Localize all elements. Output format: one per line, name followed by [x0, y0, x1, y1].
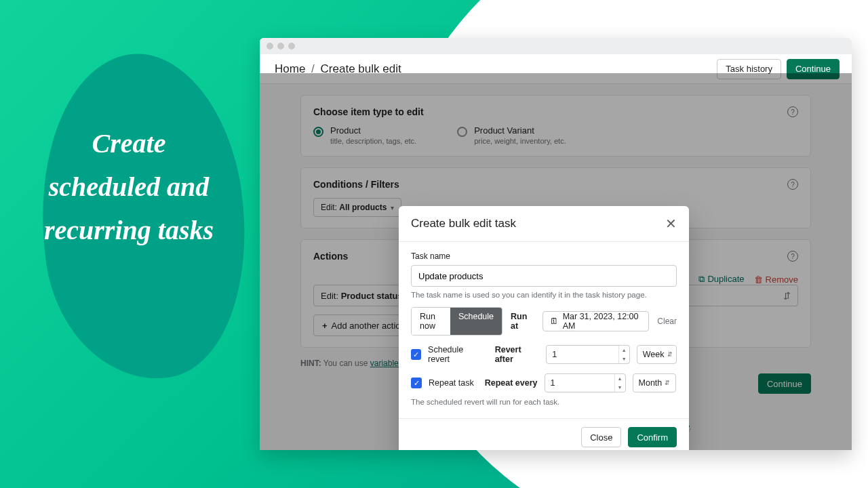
close-button[interactable]: Close	[581, 427, 621, 447]
schedule-option[interactable]: Schedule	[450, 308, 502, 335]
run-at-date-picker[interactable]: 🗓 Mar 31, 2023, 12:00 AM	[542, 311, 650, 331]
calendar-icon: 🗓	[550, 317, 559, 326]
clear-date[interactable]: Clear	[657, 317, 677, 326]
revert-after-input[interactable]: 1 ▲▼	[546, 345, 630, 364]
repeat-every-label: Repeat every	[485, 378, 538, 388]
task-name-label: Task name	[411, 251, 677, 261]
select-caret-icon: ⇵	[665, 380, 670, 386]
select-caret-icon: ⇵	[667, 351, 673, 358]
task-name-input[interactable]	[411, 265, 677, 287]
task-name-note: The task name is used so you can identif…	[411, 291, 677, 299]
stepper-icon[interactable]: ▲▼	[614, 374, 625, 392]
repeat-note: The scheduled revert will run for each t…	[411, 398, 677, 406]
app-window: Home / Create bulk edit Task history Con…	[260, 38, 852, 450]
schedule-revert-checkbox[interactable]: ✓	[411, 349, 421, 360]
run-at-label: Run at	[511, 312, 534, 331]
revert-unit-select[interactable]: Week⇵	[637, 345, 677, 364]
close-icon[interactable]: ✕	[665, 217, 677, 230]
repeat-task-label: Repeat task	[429, 378, 474, 388]
repeat-unit-select[interactable]: Month⇵	[633, 373, 677, 392]
repeat-task-checkbox[interactable]: ✓	[411, 378, 422, 388]
stepper-icon[interactable]: ▲▼	[618, 346, 629, 363]
window-titlebar	[260, 38, 852, 54]
run-mode-segment: Run now Schedule	[411, 307, 502, 336]
create-task-modal: Create bulk edit task ✕ Task name The ta…	[399, 206, 689, 450]
traffic-light-min[interactable]	[277, 43, 284, 49]
schedule-revert-label: Schedule revert	[428, 345, 484, 364]
traffic-light-max[interactable]	[288, 43, 295, 49]
run-now-option[interactable]: Run now	[412, 308, 450, 335]
confirm-button[interactable]: Confirm	[628, 427, 677, 447]
modal-title: Create bulk edit task	[411, 217, 516, 230]
revert-after-label: Revert after	[495, 345, 540, 364]
repeat-every-input[interactable]: 1 ▲▼	[545, 373, 626, 392]
promo-headline: Create scheduled and recurring tasks	[41, 122, 217, 252]
traffic-light-close[interactable]	[267, 43, 273, 49]
